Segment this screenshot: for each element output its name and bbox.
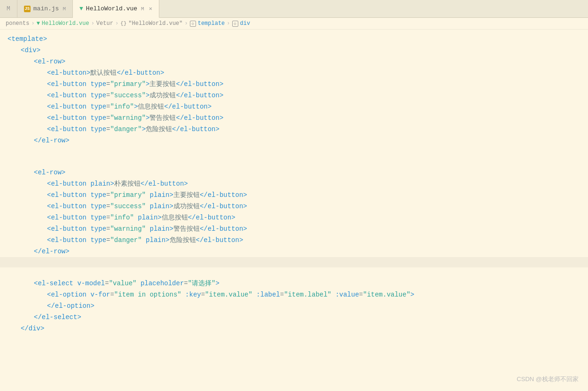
code-token: = — [105, 280, 109, 287]
code-line: </el-select> — [0, 312, 588, 323]
code-token: "item.label" — [284, 291, 331, 298]
code-token: div — [29, 325, 40, 332]
code-token: el-button — [208, 203, 243, 210]
code-token: > — [90, 302, 94, 310]
tab-close-button[interactable]: ✕ — [149, 5, 152, 12]
code-token: placeholder — [141, 280, 184, 287]
code-token: type — [90, 114, 106, 122]
code-line — [0, 267, 588, 278]
code-token: el-button — [208, 191, 243, 199]
code-token: el-button — [51, 236, 86, 244]
code-token: el-button — [51, 80, 86, 88]
breadcrumb-sep1: › — [31, 20, 34, 27]
code-token: > — [243, 225, 247, 233]
code-token: el-button — [184, 114, 220, 122]
line-content: </div> — [2, 323, 588, 334]
code-line: <el-button type="info" plain>信息按钮</el-bu… — [0, 212, 588, 223]
code-line: <el-button plain>朴素按钮</el-button> — [0, 178, 588, 189]
tab-m-label: M — [7, 5, 10, 12]
code-editor[interactable]: <template><div><el-row><el-button>默认按钮</… — [0, 30, 588, 388]
code-line: <el-button type="danger">危险按钮</el-button… — [0, 124, 588, 135]
code-token: el-button — [51, 103, 86, 110]
code-token: type — [90, 225, 106, 233]
code-token: "danger" — [110, 236, 141, 244]
code-token: :key — [185, 291, 201, 298]
code-token: el-button — [204, 236, 239, 244]
code-token: </ — [200, 203, 208, 210]
breadcrumb-sep2: › — [91, 20, 94, 27]
code-token: el-button — [51, 225, 86, 233]
line-content: <el-button type="danger">危险按钮</el-button… — [2, 124, 588, 134]
code-token: el-button — [51, 114, 86, 122]
code-token: </ — [164, 103, 172, 110]
code-line: <el-button>默认按钮</el-button> — [0, 67, 588, 78]
code-token: div — [24, 47, 36, 54]
code-token: type — [90, 236, 106, 244]
code-token: 危险按钮 — [170, 236, 196, 244]
tab-m[interactable]: M — [0, 0, 17, 17]
breadcrumb-curly-icon: {} — [120, 21, 126, 26]
code-token: = — [280, 291, 284, 298]
code-token: el-button — [51, 69, 86, 77]
code-token: "info" — [110, 103, 133, 110]
code-token: plain — [90, 180, 110, 188]
line-content: <template> — [2, 34, 588, 44]
code-token: </ — [34, 248, 42, 255]
code-token: plain — [149, 225, 169, 233]
code-token: "danger" — [110, 125, 141, 133]
code-token: > — [77, 313, 81, 321]
code-token: "item.value" — [205, 291, 252, 298]
line-content: <el-button type="danger" plain>危险按钮</el-… — [2, 235, 588, 245]
code-token: v-for — [90, 291, 110, 298]
breadcrumb-sep5: › — [227, 20, 230, 27]
line-content: <div> — [2, 45, 588, 55]
breadcrumb-sep4: › — [185, 20, 188, 27]
code-token: </ — [200, 191, 208, 199]
code-token: el-option — [55, 302, 91, 310]
breadcrumb-filename-quoted: "HelloWorld.vue" — [128, 20, 182, 27]
code-token: :value — [335, 291, 359, 298]
code-token: </ — [196, 236, 204, 244]
breadcrumb-components: ponents — [6, 20, 29, 27]
code-token: "info" — [110, 214, 133, 221]
code-token: = — [110, 291, 114, 298]
code-line — [0, 156, 588, 167]
breadcrumb-div: div — [240, 20, 251, 27]
code-line: <el-select v-model="value" placeholder="… — [0, 278, 588, 289]
code-token: > — [410, 291, 414, 298]
code-token: > — [62, 169, 65, 176]
code-token: > — [216, 125, 220, 133]
code-token: </ — [47, 302, 55, 310]
code-token: > — [62, 58, 65, 65]
line-content: <el-row> — [2, 56, 588, 67]
code-token: type — [90, 80, 106, 88]
code-token: > — [160, 69, 164, 77]
tab-helloworld[interactable]: ▼ HelloWorld.vue M ✕ — [73, 0, 159, 18]
code-token: 成功按钮 — [173, 203, 200, 210]
code-token: > — [220, 92, 223, 99]
tab-bar: M JS main.js M ▼ HelloWorld.vue M ✕ — [0, 0, 588, 18]
tab-mainjs-label: main.js — [33, 5, 59, 12]
code-token: </ — [117, 69, 125, 77]
code-token: 警告按钮 — [173, 225, 200, 233]
code-line: <el-button type="primary" plain>主要按钮</el… — [0, 189, 588, 201]
code-line: <el-button type="info">信息按钮</el-button> — [0, 101, 588, 112]
code-token: </ — [172, 125, 180, 133]
line-content: <el-button type="success">成功按钮</el-butto… — [2, 90, 588, 101]
line-content: <el-option v-for="item in options" :key=… — [2, 289, 588, 300]
breadcrumb-vetur: Vetur — [96, 20, 113, 27]
code-token: el-row — [38, 58, 61, 65]
tab-mainjs[interactable]: JS main.js M — [17, 0, 73, 17]
vue-icon: ▼ — [79, 5, 83, 12]
code-line: </el-row> — [0, 135, 588, 146]
code-token: > — [170, 225, 173, 233]
code-token: "success" — [110, 92, 146, 99]
code-line: </div> — [0, 323, 588, 334]
code-line: <el-row> — [0, 56, 588, 67]
code-token: </ — [188, 214, 196, 221]
code-line: <el-button type="danger" plain>危险按钮</el-… — [0, 235, 588, 246]
code-token: = — [359, 291, 363, 298]
code-token: el-row — [42, 137, 65, 144]
code-line: <el-button type="success">成功按钮</el-butto… — [0, 90, 588, 101]
code-line: <el-button type="primary">主要按钮</el-butto… — [0, 78, 588, 90]
